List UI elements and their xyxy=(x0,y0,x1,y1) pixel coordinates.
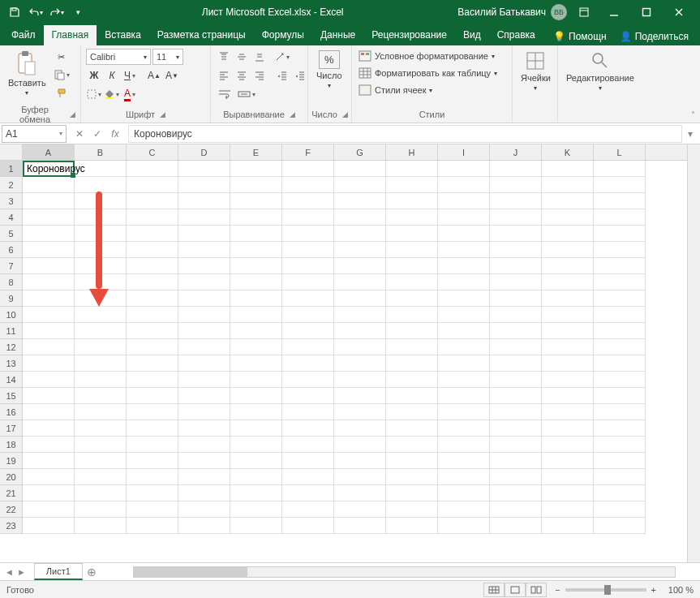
cell-I6[interactable] xyxy=(438,242,490,258)
cell-A23[interactable] xyxy=(23,518,75,534)
cell-E23[interactable] xyxy=(230,518,282,534)
cell-D9[interactable] xyxy=(178,290,230,307)
cell-L10[interactable] xyxy=(594,307,646,323)
cell-K8[interactable] xyxy=(542,274,594,290)
cell-I18[interactable] xyxy=(438,437,490,453)
cell-A2[interactable] xyxy=(23,177,75,193)
cell-G19[interactable] xyxy=(334,453,386,469)
cell-C5[interactable] xyxy=(127,226,178,242)
cell-E2[interactable] xyxy=(230,177,282,193)
cell-L2[interactable] xyxy=(594,177,646,193)
cell-C9[interactable] xyxy=(127,290,178,307)
row-header-23[interactable]: 23 xyxy=(0,518,23,534)
cell-I11[interactable] xyxy=(438,323,490,339)
cell-F22[interactable] xyxy=(282,501,334,518)
cell-C8[interactable] xyxy=(127,274,178,290)
fx-icon[interactable]: fx xyxy=(107,126,123,142)
cell-D2[interactable] xyxy=(178,177,230,193)
cell-I15[interactable] xyxy=(438,388,490,404)
cell-G11[interactable] xyxy=(334,323,386,339)
cell-J15[interactable] xyxy=(490,388,542,404)
cell-J13[interactable] xyxy=(490,355,542,372)
pagebreak-view-icon[interactable] xyxy=(526,583,547,597)
cell-B3[interactable] xyxy=(75,193,127,209)
cell-L22[interactable] xyxy=(594,501,646,518)
conditional-formatting-button[interactable]: Условное форматирование▾ xyxy=(357,49,496,63)
cell-C6[interactable] xyxy=(127,242,178,258)
cell-C19[interactable] xyxy=(127,453,178,469)
column-header-H[interactable]: H xyxy=(386,144,438,160)
maximize-button[interactable] xyxy=(630,0,663,24)
cell-D21[interactable] xyxy=(178,485,230,501)
column-header-B[interactable]: B xyxy=(75,144,127,160)
tab-data[interactable]: Данные xyxy=(312,25,363,45)
cell-E22[interactable] xyxy=(230,501,282,518)
cell-K1[interactable] xyxy=(542,161,594,177)
cell-E15[interactable] xyxy=(230,388,282,404)
column-header-F[interactable]: F xyxy=(282,144,334,160)
cell-F6[interactable] xyxy=(282,242,334,258)
cell-J1[interactable] xyxy=(490,161,542,177)
cell-D15[interactable] xyxy=(178,388,230,404)
cell-D16[interactable] xyxy=(178,404,230,420)
cell-H20[interactable] xyxy=(386,469,438,485)
tab-pagelayout[interactable]: Разметка страницы xyxy=(149,25,254,45)
cell-C1[interactable] xyxy=(127,161,178,177)
row-header-20[interactable]: 20 xyxy=(0,469,23,485)
cell-F5[interactable] xyxy=(282,226,334,242)
merge-center-button[interactable] xyxy=(235,86,258,102)
cell-D17[interactable] xyxy=(178,420,230,437)
cell-F20[interactable] xyxy=(282,469,334,485)
column-header-D[interactable]: D xyxy=(178,144,230,160)
underline-button[interactable]: Ч xyxy=(122,67,138,84)
bold-button[interactable]: Ж xyxy=(86,67,102,84)
cell-D5[interactable] xyxy=(178,226,230,242)
cell-G22[interactable] xyxy=(334,501,386,518)
column-header-C[interactable]: C xyxy=(127,144,178,160)
cell-E8[interactable] xyxy=(230,274,282,290)
cell-B7[interactable] xyxy=(75,258,127,274)
cell-K23[interactable] xyxy=(542,518,594,534)
cell-H3[interactable] xyxy=(386,193,438,209)
align-top-icon[interactable] xyxy=(216,49,232,65)
cell-E20[interactable] xyxy=(230,469,282,485)
cell-D20[interactable] xyxy=(178,469,230,485)
cell-B6[interactable] xyxy=(75,242,127,258)
cell-D13[interactable] xyxy=(178,355,230,372)
cell-L4[interactable] xyxy=(594,209,646,226)
cell-C13[interactable] xyxy=(127,355,178,372)
column-header-I[interactable]: I xyxy=(438,144,490,160)
row-header-4[interactable]: 4 xyxy=(0,209,23,226)
font-color-button[interactable]: A xyxy=(122,86,138,102)
cell-G14[interactable] xyxy=(334,372,386,388)
cell-K4[interactable] xyxy=(542,209,594,226)
cell-J17[interactable] xyxy=(490,420,542,437)
formula-input[interactable]: Короновирус xyxy=(128,125,682,143)
cell-G3[interactable] xyxy=(334,193,386,209)
cell-K14[interactable] xyxy=(542,372,594,388)
cell-C14[interactable] xyxy=(127,372,178,388)
cell-L23[interactable] xyxy=(594,518,646,534)
cell-G7[interactable] xyxy=(334,258,386,274)
decrease-indent-icon[interactable] xyxy=(274,67,290,84)
cell-D1[interactable] xyxy=(178,161,230,177)
cell-D23[interactable] xyxy=(178,518,230,534)
cell-D14[interactable] xyxy=(178,372,230,388)
zoom-slider[interactable] xyxy=(565,588,646,592)
cell-F12[interactable] xyxy=(282,339,334,355)
cell-K17[interactable] xyxy=(542,420,594,437)
cell-D8[interactable] xyxy=(178,274,230,290)
cell-D4[interactable] xyxy=(178,209,230,226)
cell-G1[interactable] xyxy=(334,161,386,177)
format-painter-button[interactable] xyxy=(53,84,71,101)
cell-K12[interactable] xyxy=(542,339,594,355)
cell-H18[interactable] xyxy=(386,437,438,453)
cell-K11[interactable] xyxy=(542,323,594,339)
cell-I22[interactable] xyxy=(438,501,490,518)
name-box[interactable]: A1▾ xyxy=(2,125,67,143)
cells-button[interactable]: Ячейки ▾ xyxy=(517,49,554,93)
cell-A7[interactable] xyxy=(23,258,75,274)
cell-F14[interactable] xyxy=(282,372,334,388)
cell-H14[interactable] xyxy=(386,372,438,388)
cell-E1[interactable] xyxy=(230,161,282,177)
